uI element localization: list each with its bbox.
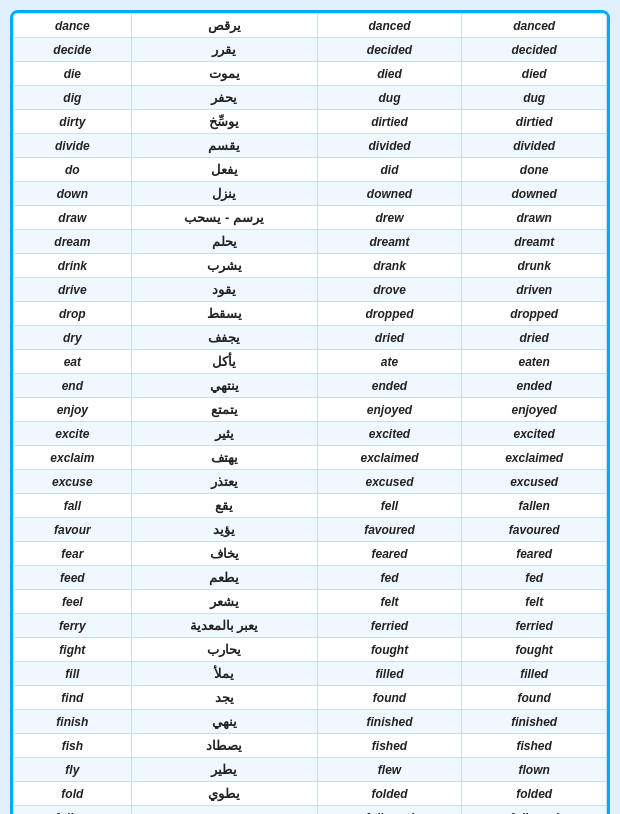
base-form: find bbox=[14, 686, 132, 710]
past-participle: favoured bbox=[462, 518, 607, 542]
past-participle: dirtied bbox=[462, 110, 607, 134]
past-tense: feared bbox=[317, 542, 462, 566]
table-row: excuseيعتذرexcusedexcused bbox=[14, 470, 607, 494]
arabic-translation: يوسِّخ bbox=[131, 110, 317, 134]
base-form: feel bbox=[14, 590, 132, 614]
past-tense: enjoyed bbox=[317, 398, 462, 422]
past-participle: fallen bbox=[462, 494, 607, 518]
arabic-translation: يرسم - يسحب bbox=[131, 206, 317, 230]
arabic-translation: يسقط bbox=[131, 302, 317, 326]
arabic-translation: يطعم bbox=[131, 566, 317, 590]
base-form: fly bbox=[14, 758, 132, 782]
base-form: draw bbox=[14, 206, 132, 230]
base-form: dry bbox=[14, 326, 132, 350]
arabic-translation: يثير bbox=[131, 422, 317, 446]
past-tense: exclaimed bbox=[317, 446, 462, 470]
past-tense: ate bbox=[317, 350, 462, 374]
past-participle: downed bbox=[462, 182, 607, 206]
past-participle: filled bbox=[462, 662, 607, 686]
past-tense: ended bbox=[317, 374, 462, 398]
arabic-translation: يشعر bbox=[131, 590, 317, 614]
base-form: excite bbox=[14, 422, 132, 446]
arabic-translation: ينهي bbox=[131, 710, 317, 734]
past-tense: flew bbox=[317, 758, 462, 782]
table-row: drawيرسم - يسحبdrewdrawn bbox=[14, 206, 607, 230]
base-form: favour bbox=[14, 518, 132, 542]
base-form: fill bbox=[14, 662, 132, 686]
base-form: exclaim bbox=[14, 446, 132, 470]
past-participle: ended bbox=[462, 374, 607, 398]
base-form: fish bbox=[14, 734, 132, 758]
past-tense: decided bbox=[317, 38, 462, 62]
arabic-translation: يعبر بالمعدية bbox=[131, 614, 317, 638]
base-form: follow bbox=[14, 806, 132, 815]
table-row: decideيقررdecideddecided bbox=[14, 38, 607, 62]
past-tense: dried bbox=[317, 326, 462, 350]
table-row: divideيقسمdivideddivided bbox=[14, 134, 607, 158]
table-row: dryيجففdrieddried bbox=[14, 326, 607, 350]
past-tense: fished bbox=[317, 734, 462, 758]
arabic-translation: يملأ bbox=[131, 662, 317, 686]
table-row: doيفعلdiddone bbox=[14, 158, 607, 182]
base-form: fight bbox=[14, 638, 132, 662]
past-participle: enjoyed bbox=[462, 398, 607, 422]
base-form: die bbox=[14, 62, 132, 86]
arabic-translation: يخاف bbox=[131, 542, 317, 566]
base-form: divide bbox=[14, 134, 132, 158]
base-form: fear bbox=[14, 542, 132, 566]
past-tense: fell bbox=[317, 494, 462, 518]
past-participle: decided bbox=[462, 38, 607, 62]
table-row: fallيقعfellfallen bbox=[14, 494, 607, 518]
arabic-translation: يفعل bbox=[131, 158, 317, 182]
past-participle: feared bbox=[462, 542, 607, 566]
past-tense: downed bbox=[317, 182, 462, 206]
table-row: danceيرقصdanceddanced bbox=[14, 14, 607, 38]
table-row: ferryيعبر بالمعديةferriedferried bbox=[14, 614, 607, 638]
table-row: fightيحاربfoughtfought bbox=[14, 638, 607, 662]
table-row: foldيطويfoldedfolded bbox=[14, 782, 607, 806]
past-participle: divided bbox=[462, 134, 607, 158]
base-form: do bbox=[14, 158, 132, 182]
table-row: finishينهيfinishedfinished bbox=[14, 710, 607, 734]
past-participle: dreamt bbox=[462, 230, 607, 254]
past-tense: excited bbox=[317, 422, 462, 446]
arabic-translation: يطير bbox=[131, 758, 317, 782]
table-row: dropيسقطdroppeddropped bbox=[14, 302, 607, 326]
past-tense: died bbox=[317, 62, 462, 86]
past-tense: fed bbox=[317, 566, 462, 590]
arabic-translation: ينتهي bbox=[131, 374, 317, 398]
table-row: feedيطعمfedfed bbox=[14, 566, 607, 590]
arabic-translation: يؤيد bbox=[131, 518, 317, 542]
past-tense: excused bbox=[317, 470, 462, 494]
base-form: fold bbox=[14, 782, 132, 806]
past-participle: fed bbox=[462, 566, 607, 590]
past-participle: drunk bbox=[462, 254, 607, 278]
arabic-translation: يحفر bbox=[131, 86, 317, 110]
past-participle: driven bbox=[462, 278, 607, 302]
base-form: drop bbox=[14, 302, 132, 326]
table-row: drinkيشربdrankdrunk bbox=[14, 254, 607, 278]
past-participle: fished bbox=[462, 734, 607, 758]
base-form: eat bbox=[14, 350, 132, 374]
arabic-translation: يأكل bbox=[131, 350, 317, 374]
past-tense: did bbox=[317, 158, 462, 182]
table-row: exciteيثيرexcitedexcited bbox=[14, 422, 607, 446]
base-form: fall bbox=[14, 494, 132, 518]
table-row: favourيؤيدfavouredfavoured bbox=[14, 518, 607, 542]
base-form: feed bbox=[14, 566, 132, 590]
past-participle: fought bbox=[462, 638, 607, 662]
table-row: eatيأكلateeaten bbox=[14, 350, 607, 374]
arabic-translation: يهتف bbox=[131, 446, 317, 470]
arabic-translation: يجد bbox=[131, 686, 317, 710]
past-participle: felt bbox=[462, 590, 607, 614]
past-participle: followed bbox=[462, 806, 607, 815]
past-tense: followed bbox=[317, 806, 462, 815]
base-form: ferry bbox=[14, 614, 132, 638]
past-participle: eaten bbox=[462, 350, 607, 374]
past-tense: filled bbox=[317, 662, 462, 686]
past-tense: ferried bbox=[317, 614, 462, 638]
table-row: followيتبعfollowedfollowed bbox=[14, 806, 607, 815]
arabic-translation: يحلم bbox=[131, 230, 317, 254]
past-tense: folded bbox=[317, 782, 462, 806]
base-form: end bbox=[14, 374, 132, 398]
